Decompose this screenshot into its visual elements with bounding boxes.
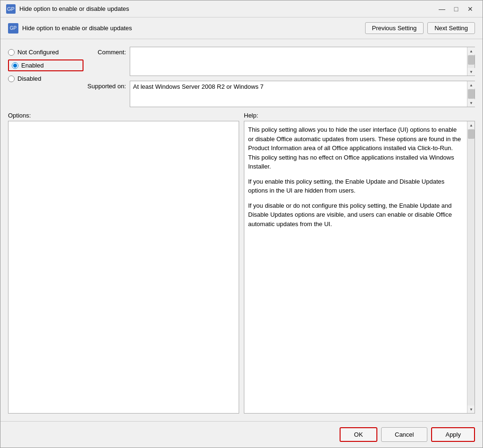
not-configured-radio[interactable] xyxy=(8,49,15,56)
title-bar-left: GP Hide option to enable or disable upda… xyxy=(6,4,129,14)
not-configured-option[interactable]: Not Configured xyxy=(8,49,83,56)
options-content xyxy=(8,121,239,413)
comment-scroll-track xyxy=(467,55,475,68)
not-configured-label: Not Configured xyxy=(17,49,58,56)
supported-row: Supported on: At least Windows Server 20… xyxy=(83,81,475,107)
help-scroll-track xyxy=(467,129,475,406)
help-content: This policy setting allows you to hide t… xyxy=(244,121,467,413)
help-paragraph-1: This policy setting allows you to hide t… xyxy=(248,125,463,171)
dialog-window: GP Hide option to enable or disable upda… xyxy=(0,0,483,448)
ok-button[interactable]: OK xyxy=(340,427,377,442)
window-title: Hide option to enable or disable updates xyxy=(19,5,129,12)
title-bar: GP Hide option to enable or disable upda… xyxy=(0,0,483,17)
header-bar: GP Hide option to enable or disable upda… xyxy=(0,17,483,39)
main-panels: Options: Help: This policy setting allow… xyxy=(8,112,475,414)
header-left: GP Hide option to enable or disable upda… xyxy=(8,23,132,34)
comment-scrollbar: ▲ ▼ xyxy=(467,47,475,76)
comment-row: Comment: ▲ ▼ xyxy=(83,47,475,76)
help-column: Help: This policy setting allows you to … xyxy=(244,112,475,414)
help-paragraph-2: If you enable this policy setting, the E… xyxy=(248,177,463,195)
minimize-button[interactable]: — xyxy=(435,4,449,14)
supported-scroll-thumb xyxy=(468,89,475,99)
comment-label: Comment: xyxy=(83,47,126,56)
disabled-label: Disabled xyxy=(17,75,42,82)
footer: OK Cancel Apply xyxy=(0,421,483,448)
supported-scroll-track xyxy=(467,89,475,99)
help-label: Help: xyxy=(244,112,475,119)
comment-field-box: ▲ ▼ xyxy=(130,47,475,76)
help-paragraph-3: If you disable or do not configure this … xyxy=(248,201,463,229)
comment-scroll-thumb xyxy=(468,55,475,65)
options-panel-box xyxy=(8,121,239,414)
supported-scroll-down[interactable]: ▼ xyxy=(467,99,475,107)
header-icon: GP xyxy=(8,23,18,34)
previous-setting-button[interactable]: Previous Setting xyxy=(365,22,424,34)
help-scroll-thumb xyxy=(468,129,475,139)
help-scroll-up[interactable]: ▲ xyxy=(467,121,475,129)
cancel-button[interactable]: Cancel xyxy=(381,427,427,442)
enabled-radio[interactable] xyxy=(12,62,18,69)
fields-section: Comment: ▲ ▼ Supported on: xyxy=(83,47,475,107)
next-setting-button[interactable]: Next Setting xyxy=(427,22,475,34)
top-section: Not Configured Enabled Disabled Comment: xyxy=(8,47,475,107)
disabled-option[interactable]: Disabled xyxy=(8,75,83,82)
options-label: Options: xyxy=(8,112,239,119)
apply-button[interactable]: Apply xyxy=(431,427,475,442)
disabled-radio[interactable] xyxy=(8,76,15,82)
window-icon: GP xyxy=(6,4,16,14)
header-buttons: Previous Setting Next Setting xyxy=(365,22,475,34)
help-scroll-down[interactable]: ▼ xyxy=(467,406,475,413)
supported-scroll-up[interactable]: ▲ xyxy=(467,81,475,89)
options-column: Options: xyxy=(8,112,239,414)
comment-input[interactable] xyxy=(130,47,467,76)
supported-label: Supported on: xyxy=(83,81,126,90)
maximize-button[interactable]: □ xyxy=(450,4,463,14)
close-button[interactable]: ✕ xyxy=(464,4,477,14)
content-area: Not Configured Enabled Disabled Comment: xyxy=(0,39,483,421)
supported-value: At least Windows Server 2008 R2 or Windo… xyxy=(130,81,467,107)
enabled-option[interactable]: Enabled xyxy=(8,59,83,71)
title-controls: — □ ✕ xyxy=(435,4,477,14)
header-title: Hide option to enable or disable updates xyxy=(22,25,132,32)
enabled-label: Enabled xyxy=(21,62,44,69)
help-scrollbar: ▲ ▼ xyxy=(467,121,475,413)
supported-field-box: At least Windows Server 2008 R2 or Windo… xyxy=(130,81,475,107)
comment-scroll-down[interactable]: ▼ xyxy=(467,68,475,76)
supported-scrollbar: ▲ ▼ xyxy=(467,81,475,107)
help-panel-box: This policy setting allows you to hide t… xyxy=(244,121,475,414)
radio-group: Not Configured Enabled Disabled xyxy=(8,47,83,107)
comment-scroll-up[interactable]: ▲ xyxy=(467,47,475,55)
